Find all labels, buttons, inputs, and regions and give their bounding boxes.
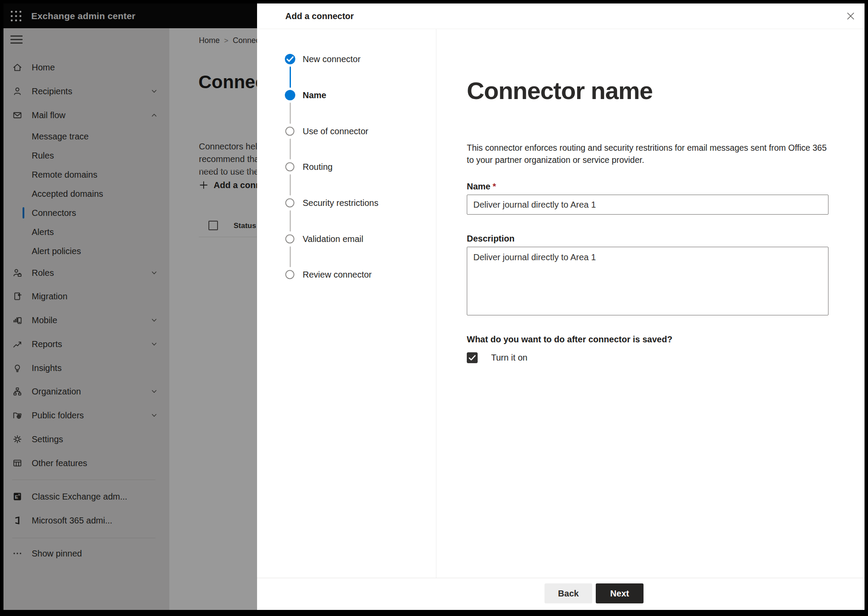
modal-footer: Back Next bbox=[257, 578, 865, 610]
wizard-step-new-connector[interactable]: New connector bbox=[257, 52, 422, 66]
step-label: Routing bbox=[303, 162, 333, 172]
step-label: Validation email bbox=[303, 234, 363, 244]
step-upcoming-icon bbox=[285, 127, 294, 136]
wizard-step-routing[interactable]: Routing bbox=[257, 159, 422, 174]
wizard-step-review-connector[interactable]: Review connector bbox=[257, 267, 422, 282]
step-current-icon bbox=[285, 90, 295, 100]
step-completed-check-icon bbox=[285, 54, 295, 64]
close-icon[interactable] bbox=[844, 9, 858, 23]
step-connector-line bbox=[290, 103, 291, 124]
wizard-step-validation-email[interactable]: Validation email bbox=[257, 232, 422, 246]
app-window: Exchange admin center HomeRecipientsMail… bbox=[3, 3, 865, 610]
step-upcoming-icon bbox=[285, 162, 294, 172]
step-upcoming-icon bbox=[285, 270, 294, 279]
step-connector-line bbox=[290, 174, 291, 195]
step-connector-line bbox=[290, 210, 291, 232]
step-connector-line bbox=[290, 246, 291, 267]
step-upcoming-icon bbox=[285, 235, 294, 244]
after-save-question: What do you want to do after connector i… bbox=[467, 334, 672, 344]
step-connector-line bbox=[290, 66, 291, 88]
modal-title: Add a connector bbox=[285, 3, 354, 29]
checked-checkbox-icon[interactable] bbox=[467, 352, 478, 363]
step-description: This connector enforces routing and secu… bbox=[467, 142, 840, 166]
description-field-label: Description bbox=[467, 234, 515, 244]
turn-it-on-label: Turn it on bbox=[491, 353, 528, 363]
add-connector-modal: Add a connector New connectorNameUse of … bbox=[257, 3, 865, 610]
step-label: New connector bbox=[303, 54, 360, 64]
step-label: Name bbox=[303, 90, 326, 100]
step-heading: Connector name bbox=[467, 76, 653, 105]
next-button[interactable]: Next bbox=[596, 583, 644, 603]
modal-header: Add a connector bbox=[257, 3, 865, 29]
wizard-step-security-restrictions[interactable]: Security restrictions bbox=[257, 195, 422, 210]
step-label: Review connector bbox=[303, 270, 372, 280]
wizard-steps: New connectorNameUse of connectorRouting… bbox=[257, 29, 436, 578]
step-connector-line bbox=[290, 139, 291, 159]
connector-description-textarea[interactable]: Deliver journal directly to Area 1 bbox=[467, 247, 828, 315]
step-upcoming-icon bbox=[285, 199, 294, 208]
step-label: Security restrictions bbox=[303, 198, 379, 208]
turn-it-on-checkbox-row[interactable]: Turn it on bbox=[467, 352, 528, 363]
back-button[interactable]: Back bbox=[545, 583, 592, 603]
required-marker: * bbox=[492, 182, 496, 191]
name-field-label: Name* bbox=[467, 182, 496, 192]
wizard-step-use-of-connector[interactable]: Use of connector bbox=[257, 124, 422, 139]
step-label: Use of connector bbox=[303, 126, 368, 136]
connector-name-input[interactable] bbox=[467, 195, 828, 215]
wizard-step-name[interactable]: Name bbox=[257, 88, 422, 103]
screen: Exchange admin center HomeRecipientsMail… bbox=[0, 0, 868, 616]
